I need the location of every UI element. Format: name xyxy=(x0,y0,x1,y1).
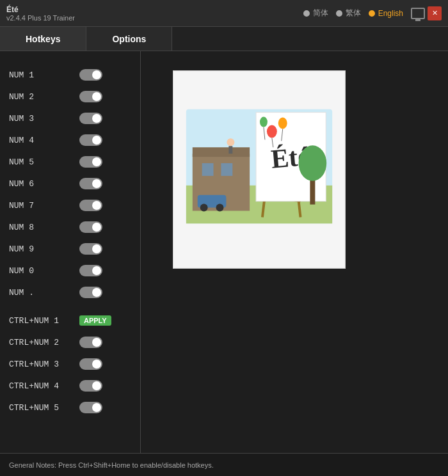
hotkey-label: NUM 9 xyxy=(9,244,73,254)
hotkey-row: NUM 3 xyxy=(0,107,140,129)
hotkey-label: NUM 7 xyxy=(9,201,73,210)
hotkey-label: NUM . xyxy=(9,288,73,298)
window-controls: ✕ xyxy=(411,6,442,20)
svg-rect-26 xyxy=(186,109,332,224)
hotkey-row: NUM 5 xyxy=(0,151,140,173)
options-panel: Été xyxy=(141,51,448,453)
hotkey-row: NUM 1 xyxy=(0,64,140,86)
app-title: Été xyxy=(6,5,75,14)
close-button[interactable]: ✕ xyxy=(428,6,442,20)
toggle-switch[interactable] xyxy=(79,69,102,81)
hotkey-label: NUM 8 xyxy=(9,223,73,232)
hotkey-label: CTRL+NUM 3 xyxy=(9,360,73,369)
apply-badge[interactable]: APPLY xyxy=(79,315,111,326)
lang-simplified-label: 简体 xyxy=(313,8,328,19)
hotkey-row: NUM 4 xyxy=(0,129,140,151)
hotkey-row: NUM 2 xyxy=(0,86,140,107)
hotkey-label: NUM 2 xyxy=(9,92,73,102)
hotkey-row: NUM . xyxy=(0,282,140,303)
tab-hotkeys[interactable]: Hotkeys xyxy=(0,27,86,51)
monitor-icon[interactable] xyxy=(411,8,425,19)
toggle-switch[interactable] xyxy=(79,358,102,370)
hotkey-label: NUM 5 xyxy=(9,157,73,167)
lang-traditional-label: 繁体 xyxy=(346,8,361,19)
title-bar-right: 简体 繁体 English ✕ xyxy=(303,6,442,20)
toggle-switch[interactable] xyxy=(79,265,102,276)
hotkey-label: CTRL+NUM 4 xyxy=(9,381,73,391)
toggle-switch[interactable] xyxy=(79,200,102,211)
footer: General Notes: Press Ctrl+Shift+Home to … xyxy=(0,453,448,476)
title-bar-left: Été v2.4.4 Plus 19 Trainer xyxy=(6,5,75,22)
toggle-switch[interactable] xyxy=(79,243,102,255)
hotkey-label: NUM 4 xyxy=(9,136,73,145)
hotkey-label: CTRL+NUM 5 xyxy=(9,403,73,413)
toggle-switch[interactable] xyxy=(79,134,102,146)
footer-text: General Notes: Press Ctrl+Shift+Home to … xyxy=(9,461,214,469)
hotkey-row: NUM 0 xyxy=(0,260,140,282)
game-artwork: Été xyxy=(173,70,346,269)
hotkeys-panel: NUM 1NUM 2NUM 3NUM 4NUM 5NUM 6NUM 7NUM 8… xyxy=(0,51,141,453)
toggle-switch[interactable] xyxy=(79,178,102,189)
hotkey-row: CTRL+NUM 3 xyxy=(0,353,140,375)
hotkey-row: NUM 8 xyxy=(0,216,140,238)
radio-traditional xyxy=(336,10,342,17)
hotkey-row: CTRL+NUM 2 xyxy=(0,331,140,353)
lang-traditional[interactable]: 繁体 xyxy=(336,8,361,19)
toggle-switch[interactable] xyxy=(79,402,102,413)
hotkey-label: NUM 1 xyxy=(9,70,73,80)
tab-options[interactable]: Options xyxy=(86,27,172,51)
toggle-switch[interactable] xyxy=(79,156,102,168)
lang-english[interactable]: English xyxy=(369,9,403,18)
hotkey-label: NUM 6 xyxy=(9,179,73,189)
lang-english-label: English xyxy=(378,9,403,18)
hotkey-row: CTRL+NUM 5 xyxy=(0,397,140,418)
app-version: v2.4.4 Plus 19 Trainer xyxy=(6,14,75,22)
hotkey-row: CTRL+NUM 1APPLY xyxy=(0,310,140,331)
main-content: NUM 1NUM 2NUM 3NUM 4NUM 5NUM 6NUM 7NUM 8… xyxy=(0,51,448,453)
hotkey-row: NUM 6 xyxy=(0,173,140,194)
toggle-switch[interactable] xyxy=(79,91,102,102)
hotkey-label: CTRL+NUM 1 xyxy=(9,316,73,326)
hotkey-label: CTRL+NUM 2 xyxy=(9,338,73,347)
title-bar: Été v2.4.4 Plus 19 Trainer 简体 繁体 English… xyxy=(0,0,448,27)
tab-bar: Hotkeys Options xyxy=(0,27,448,51)
hotkey-row: NUM 7 xyxy=(0,194,140,216)
toggle-switch[interactable] xyxy=(79,113,102,124)
radio-english xyxy=(369,10,375,17)
toggle-switch[interactable] xyxy=(79,380,102,392)
hotkey-label: NUM 0 xyxy=(9,266,73,276)
lang-simplified[interactable]: 简体 xyxy=(303,8,328,19)
hotkey-row: NUM 9 xyxy=(0,238,140,260)
toggle-switch[interactable] xyxy=(79,221,102,233)
toggle-switch[interactable] xyxy=(79,287,102,298)
hotkey-row: CTRL+NUM 4 xyxy=(0,375,140,397)
hotkey-label: NUM 3 xyxy=(9,114,73,123)
radio-simplified xyxy=(303,10,310,17)
toggle-switch[interactable] xyxy=(79,337,102,348)
